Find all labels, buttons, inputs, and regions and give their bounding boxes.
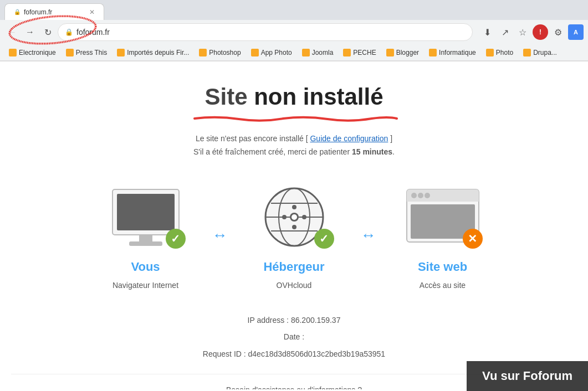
svg-rect-2 — [117, 194, 175, 230]
svg-point-14 — [292, 225, 296, 229]
request-label: Request ID : — [203, 349, 248, 358]
bookmark-informatique[interactable]: Informatique — [425, 47, 480, 58]
folder-icon — [343, 49, 351, 56]
folder-icon — [199, 49, 207, 56]
ip-label: IP address : — [248, 316, 291, 325]
bookmark-label: Photo — [496, 49, 513, 56]
bookmark-label: PECHE — [353, 49, 376, 56]
info-section: IP address : 86.200.159.37 Date : Reques… — [203, 312, 385, 363]
siteweb-sublabel: Accès au site — [420, 281, 466, 290]
bookmark-press-this[interactable]: Press This — [62, 47, 111, 58]
share-button[interactable]: ↗ — [497, 24, 513, 40]
folder-icon — [429, 49, 437, 56]
folder-icon — [251, 49, 259, 56]
bookmark-electronique[interactable]: Electronique — [4, 47, 60, 58]
browser-status-badge: ✕ — [463, 229, 483, 249]
svg-point-12 — [292, 214, 297, 220]
bottom-banner: Vu sur Foforum — [467, 361, 588, 391]
red-underline-decoration — [189, 115, 400, 119]
arrow-1: ↔ — [212, 227, 228, 244]
bookmark-label: Importés depuis Fir... — [127, 49, 189, 56]
date-label: Date : — [284, 332, 304, 341]
hebergeur-label: Hébergeur — [263, 260, 324, 274]
download-button[interactable]: ⬇ — [479, 24, 495, 40]
folder-icon — [302, 49, 310, 56]
bookmark-joomla[interactable]: Joomla — [298, 47, 338, 58]
arrow-2: ↔ — [361, 227, 376, 244]
vous-label: Vous — [131, 260, 160, 274]
folder-icon — [117, 49, 125, 56]
bookmark-importes[interactable]: Importés depuis Fir... — [113, 47, 193, 58]
bookmark-label: Electronique — [19, 49, 56, 56]
browser-chrome: 🔒 foforum.fr ✕ ← → ↻ 🔒 foforum.fr ⬇ ↗ ☆ … — [0, 0, 588, 61]
bookmark-label: Drupa... — [533, 49, 557, 56]
svg-rect-19 — [407, 195, 479, 202]
subtitle-line1-end: ] — [388, 134, 392, 143]
bookmark-app-photo[interactable]: App Photo — [247, 47, 296, 58]
siteweb-label: Site web — [418, 260, 467, 274]
svg-rect-4 — [129, 241, 162, 246]
folder-icon — [523, 49, 531, 56]
bookmark-label: Blogger — [396, 49, 419, 56]
bookmark-peche[interactable]: PECHE — [339, 47, 380, 58]
subtitle-line2-start: S'il a été fraîchement créé, merci de pa… — [193, 147, 352, 156]
browser-icon-wrapper: ✕ — [398, 181, 487, 253]
forward-button[interactable]: → — [22, 24, 38, 40]
bookmark-button[interactable]: ☆ — [515, 24, 530, 40]
back-button[interactable]: ← — [4, 24, 20, 40]
bookmark-label: Photoshop — [209, 49, 241, 56]
refresh-button[interactable]: ↻ — [40, 24, 55, 40]
tab-bar: 🔒 foforum.fr ✕ — [0, 0, 588, 20]
nav-bar: ← → ↻ 🔒 foforum.fr ⬇ ↗ ☆ ! ⚙ A — [0, 20, 588, 44]
svg-point-20 — [411, 193, 417, 198]
computer-status-badge: ✓ — [166, 229, 186, 249]
folder-icon — [66, 49, 74, 56]
svg-rect-3 — [139, 235, 152, 241]
address-text: foforum.fr — [76, 28, 466, 37]
subtitle-line1-start: Le site n'est pas encore installé [ — [196, 134, 310, 143]
bookmarks-bar: Electronique Press This Importés depuis … — [0, 44, 588, 61]
bookmark-photoshop[interactable]: Photoshop — [195, 47, 245, 58]
hebergeur-sublabel: OVHcloud — [277, 281, 312, 290]
address-lock-icon: 🔒 — [65, 28, 73, 36]
svg-point-21 — [418, 193, 423, 198]
ip-value: 86.200.159.37 — [291, 316, 341, 325]
bookmark-label: Press This — [76, 49, 107, 56]
folder-icon — [9, 49, 17, 56]
browser-wrapper: 🔒 foforum.fr ✕ ← → ↻ 🔒 foforum.fr ⬇ ↗ ☆ … — [0, 0, 588, 389]
page-title: Site non installé — [204, 84, 383, 110]
date-row: Date : — [203, 328, 385, 346]
profile-button[interactable]: ! — [533, 24, 548, 40]
diagram-item-siteweb: ✕ Site web Accès au site — [387, 181, 498, 290]
page-content: Site non installé Le site n'est pas enco… — [0, 61, 588, 389]
svg-point-22 — [425, 193, 430, 198]
address-bar[interactable]: 🔒 foforum.fr — [58, 23, 473, 41]
request-row: Request ID : d4ec18d3d8506d013c2bed3b19a… — [203, 346, 385, 363]
title-part1: Site — [204, 84, 254, 110]
nav-actions: ⬇ ↗ ☆ ! ⚙ A — [479, 24, 584, 40]
tab-close-button[interactable]: ✕ — [89, 8, 95, 16]
globe-icon-wrapper: ✓ — [250, 181, 339, 253]
extension-a-button[interactable]: A — [568, 24, 584, 40]
tab-url: foforum.fr — [24, 8, 52, 16]
bookmark-label: Joomla — [312, 49, 334, 56]
globe-status-badge: ✓ — [314, 229, 334, 249]
connection-diagram: ✓ Vous Navigateur Internet ↔ — [90, 181, 498, 290]
bookmark-blogger[interactable]: Blogger — [382, 47, 423, 58]
subtitle: Le site n'est pas encore installé [ Guid… — [193, 132, 395, 159]
config-guide-link[interactable]: Guide de configuration — [310, 134, 388, 143]
folder-icon — [386, 49, 394, 56]
computer-icon-wrapper: ✓ — [101, 181, 190, 253]
folder-icon — [486, 49, 494, 56]
bookmark-label: Informatique — [439, 49, 476, 56]
svg-point-13 — [292, 205, 296, 209]
active-tab[interactable]: 🔒 foforum.fr ✕ — [4, 3, 104, 20]
extensions-button[interactable]: ⚙ — [550, 24, 566, 40]
svg-point-16 — [302, 215, 306, 219]
subtitle-line2-bold: 15 minutes — [352, 147, 392, 156]
diagram-item-hebergeur: ✓ Hébergeur OVHcloud — [239, 181, 350, 290]
bookmark-photo[interactable]: Photo — [482, 47, 518, 58]
subtitle-line2-end: . — [392, 147, 395, 156]
vous-sublabel: Navigateur Internet — [113, 281, 178, 290]
bookmark-drupa[interactable]: Drupa... — [519, 47, 561, 58]
